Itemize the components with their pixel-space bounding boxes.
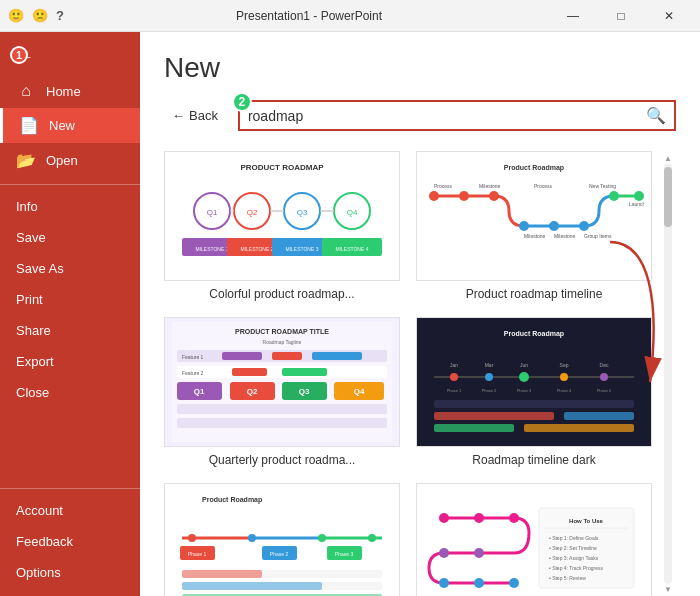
sidebar-feedback-label: Feedback xyxy=(16,534,73,549)
svg-point-113 xyxy=(439,578,449,588)
sidebar-item-info[interactable]: Info xyxy=(0,191,140,222)
sidebar-item-export[interactable]: Export xyxy=(0,346,140,377)
sidebar-item-open[interactable]: 📂 Open xyxy=(0,143,140,178)
svg-text:Q2: Q2 xyxy=(247,387,258,396)
search-row: ← Back 2 🔍 xyxy=(164,100,676,131)
sidebar-bottom: Account Feedback Options xyxy=(0,482,140,596)
sidebar-top: 1 ← ⌂ Home 📄 New 📂 Open Info Save xyxy=(0,32,140,416)
templates-grid: PRODUCT ROADMAP Q1 Q2 Q3 Q4 xyxy=(164,151,660,596)
sidebar-item-new[interactable]: 📄 New xyxy=(0,108,140,143)
svg-rect-22 xyxy=(424,156,644,276)
svg-point-93 xyxy=(318,534,326,542)
sidebar-export-label: Export xyxy=(16,354,54,369)
sidebar-item-close[interactable]: Close xyxy=(0,377,140,408)
scroll-down-button[interactable]: ▼ xyxy=(664,584,672,594)
close-button[interactable]: ✕ xyxy=(646,0,692,32)
svg-text:Mar: Mar xyxy=(485,362,494,368)
sidebar-item-print[interactable]: Print xyxy=(0,284,140,315)
window-title: Presentation1 - PowerPoint xyxy=(68,9,550,23)
svg-text:PRODUCT ROADMAP TITLE: PRODUCT ROADMAP TITLE xyxy=(235,328,329,335)
sidebar-item-home[interactable]: ⌂ Home xyxy=(0,74,140,108)
emoji-sad-icon[interactable]: 🙁 xyxy=(32,8,48,23)
svg-text:MILESTONE 4: MILESTONE 4 xyxy=(336,246,369,252)
template-name: Product roadmap timeline xyxy=(416,287,652,301)
svg-rect-61 xyxy=(177,418,387,428)
minimize-button[interactable]: — xyxy=(550,0,596,32)
svg-point-29 xyxy=(579,221,589,231)
svg-text:PRODUCT ROADMAP: PRODUCT ROADMAP xyxy=(240,163,324,172)
template-item[interactable]: PRODUCT ROADMAP Q1 Q2 Q3 Q4 xyxy=(164,151,400,301)
svg-point-25 xyxy=(459,191,469,201)
svg-text:Product Roadmap: Product Roadmap xyxy=(504,164,564,172)
svg-text:Product Roadmap: Product Roadmap xyxy=(202,496,262,504)
svg-rect-60 xyxy=(177,404,387,414)
svg-text:Phase 5: Phase 5 xyxy=(597,388,612,393)
svg-rect-50 xyxy=(232,368,267,376)
svg-rect-84 xyxy=(524,424,634,432)
search-icon[interactable]: 🔍 xyxy=(646,106,666,125)
svg-text:Roadmap Tagline: Roadmap Tagline xyxy=(263,339,302,345)
template-item[interactable]: PRODUCT ROADMAP TITLE Roadmap Tagline Fe… xyxy=(164,317,400,467)
svg-text:Q2: Q2 xyxy=(247,208,258,217)
svg-text:Q3: Q3 xyxy=(297,208,308,217)
scrollbar-track xyxy=(664,163,672,584)
template-name: Colorful product roadmap... xyxy=(164,287,400,301)
template-thumb: PRODUCT ROADMAP TITLE Roadmap Tagline Fe… xyxy=(164,317,400,447)
svg-point-69 xyxy=(519,372,529,382)
back-button[interactable]: ← Back xyxy=(164,104,226,127)
svg-point-110 xyxy=(509,513,519,523)
svg-text:Milestone: Milestone xyxy=(554,233,576,239)
app-body: 1 ← ⌂ Home 📄 New 📂 Open Info Save xyxy=(0,32,700,596)
sidebar-item-saveas[interactable]: Save As xyxy=(0,253,140,284)
svg-point-31 xyxy=(634,191,644,201)
open-icon: 📂 xyxy=(16,151,36,170)
template-item[interactable]: Product Roadmap xyxy=(164,483,400,596)
svg-point-111 xyxy=(474,548,484,558)
home-icon: ⌂ xyxy=(16,82,36,100)
template-item[interactable]: Product Roadmap xyxy=(416,151,652,301)
scrollbar[interactable]: ▲ ▼ xyxy=(660,151,676,596)
svg-text:How To Use: How To Use xyxy=(569,518,604,524)
svg-text:Phase 3: Phase 3 xyxy=(335,551,354,557)
svg-text:Sep: Sep xyxy=(560,362,569,368)
sidebar-open-label: Open xyxy=(46,153,78,168)
sidebar-item-back[interactable]: 1 ← xyxy=(0,40,140,74)
help-icon[interactable]: ? xyxy=(56,8,64,23)
search-box: 2 🔍 xyxy=(238,100,676,131)
svg-text:Phase 2: Phase 2 xyxy=(482,388,497,393)
svg-text:Phase 3: Phase 3 xyxy=(517,388,532,393)
sidebar-item-account[interactable]: Account xyxy=(0,495,140,526)
svg-text:Process: Process xyxy=(534,183,553,189)
svg-text:Dec: Dec xyxy=(600,362,609,368)
svg-rect-102 xyxy=(182,570,262,578)
sidebar-item-options[interactable]: Options xyxy=(0,557,140,588)
sidebar-item-save[interactable]: Save xyxy=(0,222,140,253)
svg-text:MILESTONE 1: MILESTONE 1 xyxy=(196,246,229,252)
svg-rect-81 xyxy=(434,412,554,420)
svg-text:• Step 4: Track Progress: • Step 4: Track Progress xyxy=(549,565,603,571)
svg-rect-47 xyxy=(312,352,362,360)
templates-area: PRODUCT ROADMAP Q1 Q2 Q3 Q4 xyxy=(164,151,676,596)
back-arrow-icon: ← xyxy=(172,108,185,123)
emoji-happy-icon[interactable]: 🙂 xyxy=(8,8,24,23)
svg-text:Milestone: Milestone xyxy=(479,183,501,189)
search-input[interactable] xyxy=(248,108,646,124)
maximize-button[interactable]: □ xyxy=(598,0,644,32)
svg-text:Jan: Jan xyxy=(450,362,458,368)
svg-point-92 xyxy=(248,534,256,542)
svg-text:Phase 1: Phase 1 xyxy=(188,551,207,557)
scrollbar-thumb[interactable] xyxy=(664,167,672,227)
template-name: Quarterly product roadma... xyxy=(164,453,400,467)
scroll-up-button[interactable]: ▲ xyxy=(664,153,672,163)
sidebar-item-share[interactable]: Share xyxy=(0,315,140,346)
template-item[interactable]: How To Use • Step 1: Define Goals • Step… xyxy=(416,483,652,596)
template-item[interactable]: Product Roadmap Jan Mar Jun Sep xyxy=(416,317,652,467)
badge-2: 2 xyxy=(232,92,252,112)
sidebar-item-feedback[interactable]: Feedback xyxy=(0,526,140,557)
main-content: New ← Back 2 🔍 xyxy=(140,32,700,596)
svg-point-67 xyxy=(485,373,493,381)
svg-text:Q4: Q4 xyxy=(354,387,365,396)
svg-text:• Step 1: Define Goals: • Step 1: Define Goals xyxy=(549,535,599,541)
svg-text:Group Items: Group Items xyxy=(584,233,612,239)
template-thumb: PRODUCT ROADMAP Q1 Q2 Q3 Q4 xyxy=(164,151,400,281)
